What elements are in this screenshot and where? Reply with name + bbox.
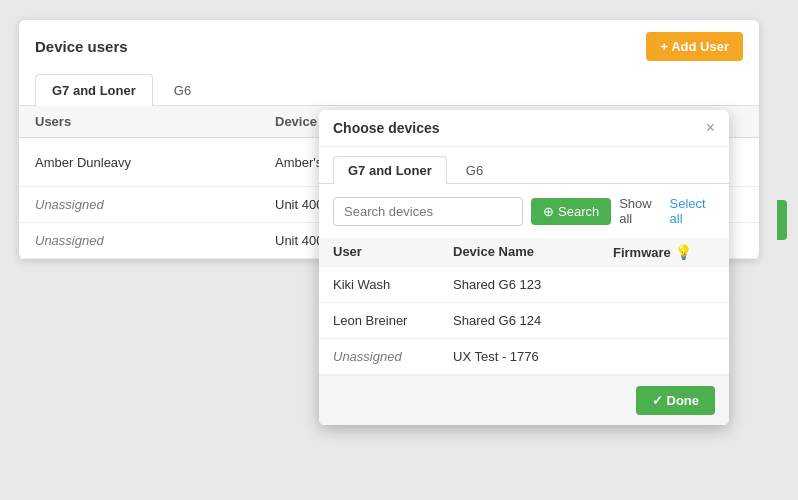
- modal-tabs-bar: G7 and Loner G6: [319, 147, 729, 184]
- main-card-title: Device users: [35, 38, 128, 55]
- search-icon: ⊕: [543, 204, 554, 219]
- modal-search-bar: ⊕ Search Show all Select all: [319, 184, 729, 238]
- search-button[interactable]: ⊕ Search: [531, 198, 611, 225]
- modal-table-row: Unassigned UX Test - 1776: [319, 339, 729, 375]
- add-user-button[interactable]: + Add User: [646, 32, 743, 61]
- show-all-link[interactable]: Show all: [619, 196, 661, 226]
- search-label: Search: [558, 204, 599, 219]
- modal-table-row: Kiki Wash Shared G6 123: [319, 267, 729, 303]
- modal-device: UX Test - 1776: [453, 349, 613, 364]
- modal-user: Kiki Wash: [333, 277, 453, 292]
- modal-col-user: User: [333, 244, 453, 260]
- modal-tab-g7-loner[interactable]: G7 and Loner: [333, 156, 447, 184]
- search-input[interactable]: [333, 197, 523, 226]
- user-name: Amber Dunleavy: [35, 155, 275, 170]
- user-unassigned: Unassigned: [35, 197, 275, 212]
- bulb-icon: 💡: [675, 244, 692, 260]
- modal-device: Shared G6 123: [453, 277, 613, 292]
- modal-col-firmware: Firmware 💡: [613, 244, 715, 260]
- modal-tab-g6[interactable]: G6: [451, 156, 498, 184]
- main-card-header: Device users + Add User: [19, 20, 759, 73]
- select-all-link[interactable]: Select all: [670, 196, 715, 226]
- tab-g6[interactable]: G6: [157, 74, 208, 106]
- main-tabs-bar: G7 and Loner G6: [19, 73, 759, 106]
- modal-title: Choose devices: [333, 120, 440, 136]
- modal-close-button[interactable]: ×: [706, 120, 715, 136]
- tab-g7-loner[interactable]: G7 and Loner: [35, 74, 153, 106]
- user-unassigned: Unassigned: [35, 233, 275, 248]
- modal-user: Leon Breiner: [333, 313, 453, 328]
- modal-footer: ✓ Done: [319, 375, 729, 425]
- done-button[interactable]: ✓ Done: [636, 386, 715, 415]
- modal-table-row: Leon Breiner Shared G6 124: [319, 303, 729, 339]
- page-wrapper: Device users + Add User G7 and Loner G6 …: [19, 20, 779, 480]
- modal-device: Shared G6 124: [453, 313, 613, 328]
- modal-user-unassigned: Unassigned: [333, 349, 453, 364]
- choose-devices-modal: Choose devices × G7 and Loner G6 ⊕ Searc…: [319, 110, 729, 425]
- modal-table-header: User Device Name Firmware 💡: [319, 238, 729, 267]
- green-side-handle: [777, 200, 787, 240]
- modal-header: Choose devices ×: [319, 110, 729, 147]
- col-users: Users: [35, 114, 275, 129]
- modal-col-device: Device Name: [453, 244, 613, 260]
